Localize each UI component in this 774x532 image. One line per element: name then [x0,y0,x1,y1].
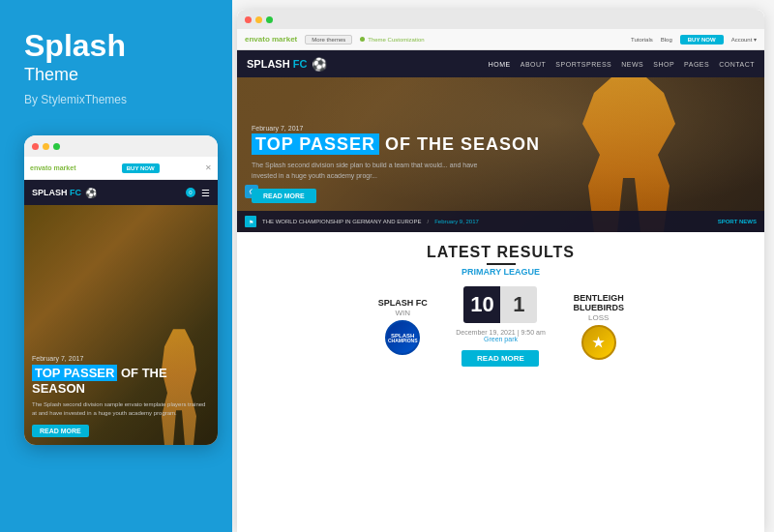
score-box: 10 1 [463,286,537,323]
ticker-right: SPORT NEWS [718,219,757,224]
desktop-envato-logo: envato market [245,35,297,44]
match-row: SPLASH FC WIN SPLASH CHAMPIONS 10 1 Dece… [252,286,750,367]
desktop-navbar: SPLASH FC ⚽ HOME ABOUT SPORTSPRESS NEWS … [237,50,764,77]
desktop-brand: SPLASH FC ⚽ [247,57,327,72]
cart-badge: 0 [186,188,195,197]
away-team-info: BENTLEIGH BLUEBIRDS LOSS ★ [555,293,642,360]
mobile-read-more-button[interactable]: READ MORE [32,425,89,437]
match-date: December 19, 2021 | 9:50 am [456,329,545,336]
desktop-read-more-button[interactable]: READ MORE [252,189,316,203]
ticker-icon: ⚑ [245,216,256,227]
away-team-name: BENTLEIGH BLUEBIRDS [555,293,642,312]
desktop-topbar-links: Tutorials Blog BUY NOW Account ▾ [631,35,757,44]
mobile-hero: February 7, 2017 TOP PASSER OF THE SEASO… [24,205,218,445]
desktop-hero-content: February 7, 2017 TOP PASSER OF THE SEASO… [252,125,540,203]
away-team-logo: ★ [581,325,616,360]
nav-pages[interactable]: PAGES [684,61,709,68]
mobile-soccer-icon: ⚽ [85,188,97,198]
away-team-result: LOSS [588,313,609,322]
mobile-navbar: SPLASH FC ⚽ 0 ☰ [24,180,218,205]
away-score: 1 [500,286,537,323]
mobile-envato-logo: envato market [30,164,75,171]
desktop-mockup: envato market More themes Theme Customiz… [237,10,764,532]
desktop-hero-subtitle: The Splash second division side plan to … [252,161,493,181]
nav-news[interactable]: NEWS [621,61,643,68]
desktop-tutorials-link[interactable]: Tutorials [631,37,653,43]
nav-about[interactable]: ABOUT [521,61,547,68]
nav-contact[interactable]: CONTACT [719,61,755,68]
desktop-more-themes-dropdown[interactable]: More themes [305,35,352,44]
minimize-dot [43,143,49,150]
nav-home[interactable]: HOME [489,61,511,68]
mobile-hero-date: February 7, 2017 [32,355,210,362]
desktop-maximize-dot [266,16,273,23]
desktop-soccer-icon: ⚽ [312,57,327,72]
divider-line [487,263,516,265]
desktop-theme-cust: Theme Customization [360,37,424,43]
desktop-topbar: envato market More themes Theme Customiz… [237,29,764,50]
primary-league-label: Primary League [252,267,750,277]
home-team-info: SPLASH FC WIN SPLASH CHAMPIONS [359,298,446,355]
latest-results-title: LATEST RESULTS [252,244,750,261]
mobile-brand: SPLASH FC ⚽ [32,188,97,198]
desktop-topbar-left: envato market More themes Theme Customiz… [245,35,425,44]
desktop-hero-date: February 7, 2017 [252,125,540,132]
home-team-logo: SPLASH CHAMPIONS [385,320,420,355]
desktop-nav-links: HOME ABOUT SPORTSPRESS NEWS SHOP PAGES C… [489,61,755,68]
nav-shop[interactable]: SHOP [653,61,674,68]
mobile-topbar: envato market BUY NOW ✕ [24,157,218,180]
mobile-close-icon: ✕ [205,163,212,172]
match-read-more-button[interactable]: READ MORE [461,350,539,367]
mobile-buy-now-button[interactable]: BUY NOW [122,163,160,173]
mobile-nav-icons: 0 ☰ [186,188,210,198]
left-panel: Splash Theme By StylemixThemes envato ma… [0,0,232,532]
desktop-window-bar [237,10,764,29]
mobile-hero-text: The Splash second division sample envato… [32,400,210,417]
desktop-brand-text: SPLASH FC [247,58,307,70]
ticker-text: THE WORLD CHAMPIONSHIP IN GERMANY AND EU… [262,219,421,224]
bottom-section: LATEST RESULTS Primary League SPLASH FC … [237,232,764,376]
mobile-menu-icon[interactable]: ☰ [201,188,210,198]
match-score-center: 10 1 December 19, 2021 | 9:50 am Green p… [456,286,545,367]
home-team-result: WIN [395,309,410,317]
mobile-brand-text: SPLASH FC [32,188,81,197]
app-subtitle: Theme [24,65,78,85]
home-score: 10 [463,286,500,323]
mobile-mockup: envato market BUY NOW ✕ SPLASH FC ⚽ 0 ☰ … [24,135,218,445]
mobile-window-bar [24,135,218,157]
mobile-hero-content: February 7, 2017 TOP PASSER OF THE SEASO… [24,347,218,445]
ticker-date: February 9, 2017 [434,219,479,224]
desktop-hero-title: TOP PASSER OF THE SEASON [252,135,540,155]
match-venue: Green park [456,336,545,342]
right-panel: envato market More themes Theme Customiz… [232,0,774,532]
desktop-blog-link[interactable]: Blog [661,37,672,43]
app-title: Splash [24,29,126,63]
match-details: December 19, 2021 | 9:50 am Green park [456,329,545,342]
desktop-hero: ⚙ February 7, 2017 TOP PASSER OF THE SEA… [237,77,764,232]
latest-results-divider [252,263,750,265]
maximize-dot [53,143,60,150]
desktop-ticker: ⚑ THE WORLD CHAMPIONSHIP IN GERMANY AND … [237,211,764,232]
desktop-minimize-dot [255,16,262,23]
green-status-dot [360,37,365,42]
ticker-divider: / [427,219,429,224]
close-dot [32,143,39,150]
desktop-buy-now-button[interactable]: BUY NOW [680,35,724,44]
app-author: By StylemixThemes [24,93,127,106]
desktop-close-dot [245,16,252,23]
nav-sportspress[interactable]: SPORTSPRESS [555,61,611,68]
home-team-name: SPLASH FC [378,298,428,308]
mobile-hero-title: TOP PASSER OF THE SEASON [32,366,210,396]
desktop-account-link[interactable]: Account ▾ [731,36,757,43]
